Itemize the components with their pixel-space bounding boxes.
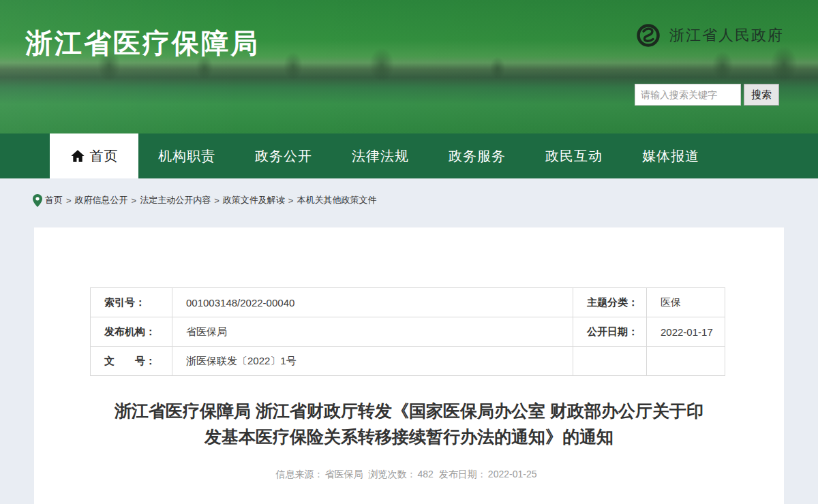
meta-views-value: 482	[418, 469, 434, 479]
field-label-doc-no: 文 号：	[91, 347, 172, 376]
field-value-issuer: 省医保局	[172, 317, 573, 347]
breadcrumb-current-page: 本机关其他政策文件	[297, 194, 376, 206]
gov-seal-icon	[636, 23, 661, 48]
document-title: 浙江省医疗保障局 浙江省财政厅转发《国家医保局办公室 财政部办公厅关于印发基本医…	[109, 398, 709, 450]
search-input[interactable]	[635, 84, 741, 106]
breadcrumb-policy-docs[interactable]: 政策文件及解读	[223, 194, 285, 206]
content-area: 首页 > 政府信息公开 > 法定主动公开内容 > 政策文件及解读 > 本机关其他…	[0, 178, 818, 504]
field-value-index-no: 001003148/2022-00040	[172, 288, 573, 317]
nav-item-gov-affairs[interactable]: 政务公开	[235, 133, 332, 178]
meta-views-label: 浏览次数：	[369, 469, 416, 479]
field-value-empty	[647, 347, 725, 376]
table-row: 文 号： 浙医保联发〔2022〕1号	[91, 347, 725, 376]
doc-info-table: 索引号： 001003148/2022-00040 主题分类： 医保 发布机构：…	[90, 287, 725, 376]
nav-item-org-duties[interactable]: 机构职责	[138, 133, 235, 178]
breadcrumb-statutory-content[interactable]: 法定主动公开内容	[140, 194, 211, 206]
search-button[interactable]: 搜索	[744, 84, 779, 106]
breadcrumb-separator: >	[66, 195, 72, 206]
field-label-index-no: 索引号：	[91, 288, 172, 317]
nav-item-home[interactable]: 首页	[50, 133, 138, 178]
table-row: 发布机构： 省医保局 公开日期： 2022-01-17	[91, 317, 725, 347]
field-label-issuer: 发布机构：	[91, 317, 172, 347]
field-label-empty	[573, 347, 647, 376]
breadcrumb-home[interactable]: 首页	[45, 194, 63, 206]
search-bar: 搜索	[635, 84, 779, 106]
gov-portal-label: 浙江省人民政府	[669, 25, 784, 46]
meta-source-value: 省医保局	[325, 469, 363, 479]
meta-date-label: 发布日期：	[439, 469, 487, 479]
table-row: 索引号： 001003148/2022-00040 主题分类： 医保	[91, 288, 725, 317]
meta-source-label: 信息来源：	[276, 469, 324, 479]
field-value-topic: 医保	[647, 288, 725, 317]
nav-item-media[interactable]: 媒体报道	[622, 133, 719, 178]
nav-item-laws[interactable]: 法律法规	[332, 133, 429, 178]
main-nav: 首页 机构职责 政务公开 法律法规 政务服务 政民互动 媒体报道	[0, 133, 818, 178]
field-label-pub-date: 公开日期：	[573, 317, 647, 347]
breadcrumb-separator: >	[132, 195, 137, 206]
nav-inner: 首页 机构职责 政务公开 法律法规 政务服务 政民互动 媒体报道	[50, 133, 818, 178]
meta-date-value: 2022-01-25	[488, 469, 537, 479]
site-banner: 浙江省医疗保障局 浙江省人民政府 搜索	[0, 0, 818, 133]
breadcrumb: 首页 > 政府信息公开 > 法定主动公开内容 > 政策文件及解读 > 本机关其他…	[33, 191, 818, 210]
document-meta: 信息来源：省医保局浏览次数：482发布日期：2022-01-25	[34, 469, 784, 481]
breadcrumb-separator: >	[288, 195, 294, 206]
breadcrumb-info-disclosure[interactable]: 政府信息公开	[75, 194, 128, 206]
field-label-topic: 主题分类：	[573, 288, 647, 317]
document-card: 索引号： 001003148/2022-00040 主题分类： 医保 发布机构：…	[34, 227, 784, 504]
nav-item-interaction[interactable]: 政民互动	[526, 133, 622, 178]
page: 浙江省医疗保障局 浙江省人民政府 搜索 首页	[0, 0, 818, 504]
location-pin-icon	[33, 194, 42, 207]
nav-item-services[interactable]: 政务服务	[429, 133, 526, 178]
nav-item-label: 首页	[90, 147, 119, 166]
home-icon	[70, 148, 85, 163]
gov-portal-link[interactable]: 浙江省人民政府	[636, 23, 784, 48]
breadcrumb-separator: >	[214, 195, 219, 206]
field-value-doc-no: 浙医保联发〔2022〕1号	[172, 347, 573, 376]
field-value-pub-date: 2022-01-17	[647, 317, 725, 347]
site-title: 浙江省医疗保障局	[25, 25, 260, 62]
